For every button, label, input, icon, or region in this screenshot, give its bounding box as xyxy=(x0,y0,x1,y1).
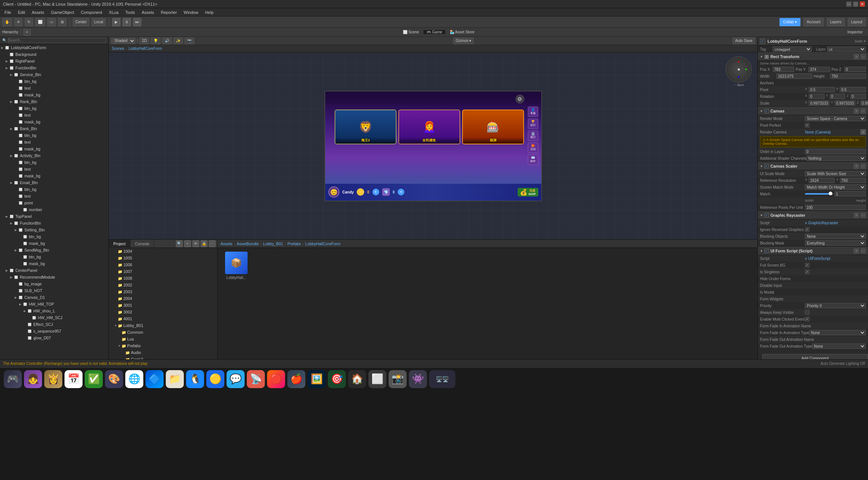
project-item-1007[interactable]: 📁1007 xyxy=(109,268,217,275)
hierarchy-item-btn-bg[interactable]: ⬜btn_bg xyxy=(0,233,108,240)
canvas-menu-btn[interactable]: ⋯ xyxy=(860,108,866,114)
hierarchy-item-hw-hm-scj[interactable]: ⬜HW_HM_SCJ xyxy=(0,314,108,321)
ignore-reversed-checkbox[interactable]: ✓ xyxy=(805,227,809,232)
project-item-2002[interactable]: 📁2002 xyxy=(109,282,217,288)
pos-y-input[interactable] xyxy=(808,67,830,72)
pixel-perfect-checkbox[interactable]: ✓ xyxy=(805,123,809,128)
hierarchy-item-btn-bg[interactable]: ⬜btn_bg xyxy=(0,159,108,166)
menu-assets2[interactable]: Assets xyxy=(139,9,157,15)
tool-hand[interactable]: ✋ xyxy=(2,18,12,26)
scene-camera-button[interactable]: 📷 xyxy=(185,38,194,44)
taskbar-unity-icon[interactable]: 🎮 xyxy=(4,370,22,388)
taskbar-photoshop[interactable]: 🖼️ xyxy=(308,370,326,388)
hierarchy-item-mask-bg[interactable]: ⬜mask_bg xyxy=(0,118,108,125)
add-diamonds-button[interactable]: + xyxy=(398,189,404,195)
pause-button[interactable]: ⏸ xyxy=(123,18,131,26)
hierarchy-item-btn-bg[interactable]: ⬜btn_bg xyxy=(0,78,108,85)
ui-form-script-checkbox[interactable]: ✓ xyxy=(764,249,769,253)
console-tab[interactable]: Console xyxy=(131,240,155,248)
ui-scale-mode-select[interactable]: Scale With Screen Size xyxy=(805,171,866,176)
rect-transform-menu-btn[interactable]: ⋯ xyxy=(860,54,866,59)
taskbar-character-2[interactable]: 👸 xyxy=(44,370,62,388)
hierarchy-item-text[interactable]: ⬜text xyxy=(0,85,108,92)
taskbar-app2[interactable]: 🎯 xyxy=(328,370,346,388)
gr-script-value[interactable]: ≡ GraphicRaycaster xyxy=(805,221,866,225)
hierarchy-search-input[interactable] xyxy=(8,38,106,43)
tool-scale[interactable]: ⬜ xyxy=(35,18,45,26)
game-card-2[interactable]: 👩‍🦰 全民捕鱼 xyxy=(398,110,460,145)
canvas-scaler-info-btn[interactable]: ? xyxy=(854,164,859,169)
is-singleton-checkbox[interactable]: ✓ xyxy=(805,270,809,274)
width-input[interactable] xyxy=(776,74,812,79)
right-btn-5[interactable]: 📧 邮件 xyxy=(528,154,538,165)
taskbar-app3[interactable]: 🏠 xyxy=(348,370,366,388)
priority-select[interactable]: Priority 0 xyxy=(805,303,866,308)
project-item-1008[interactable]: 📁1008 xyxy=(109,275,217,282)
layers-button[interactable]: Layers xyxy=(827,18,845,26)
breadcrumb-form[interactable]: LobbyHallCoreForm xyxy=(129,46,162,51)
project-item-2004[interactable]: 📁2004 xyxy=(109,295,217,302)
lighting-button[interactable]: 💡 xyxy=(151,38,161,44)
hierarchy-item-canvas-d1[interactable]: ▶⬜Canvas_D1 xyxy=(0,294,108,301)
right-btn-4[interactable]: 🎁 活动 xyxy=(528,142,538,153)
gizmos-button[interactable]: Gizmos ▾ xyxy=(453,38,474,44)
rect-transform-fold-icon[interactable]: ▼ xyxy=(760,55,763,58)
taskbar-group1[interactable]: 🖥️🖥️ xyxy=(429,370,455,388)
hierarchy-item-mask-bg[interactable]: ⬜mask_bg xyxy=(0,92,108,98)
right-btn-3[interactable]: 🏦 银行 xyxy=(528,130,538,141)
breadcrumb-scenes[interactable]: Scenes xyxy=(112,46,124,51)
taskbar-apple[interactable]: 🍎 xyxy=(287,370,305,388)
hierarchy-item-number[interactable]: ⬜number xyxy=(0,206,108,213)
hierarchy-item-hw-hm-top[interactable]: ▶⬜HW_HM_TOP xyxy=(0,301,108,308)
hierarchy-item-btn-bg[interactable]: ⬜btn_bg xyxy=(0,254,108,260)
hierarchy-item-text[interactable]: ⬜text xyxy=(0,193,108,200)
layout-button[interactable]: Layout xyxy=(848,18,866,26)
settings-gear-button[interactable]: ⚙ xyxy=(515,94,524,104)
canvas-scaler-menu-btn[interactable]: ⋯ xyxy=(860,164,866,169)
tool-rect[interactable]: ▭ xyxy=(47,18,56,26)
menu-edit[interactable]: Edit xyxy=(15,9,28,15)
menu-component[interactable]: Component xyxy=(78,9,105,15)
hierarchy-item-email-btn[interactable]: ▶⬜Email_Btn xyxy=(0,179,108,186)
add-component-button[interactable]: Add Component xyxy=(762,354,868,359)
menu-window[interactable]: Window xyxy=(181,9,201,15)
taskbar-character-1[interactable]: 👧 xyxy=(24,370,42,388)
hierarchy-item-s-sequence957[interactable]: ⬜s_sequence957 xyxy=(0,328,108,334)
hierarchy-item-recommendmodule[interactable]: ▶⬜RecommendModule xyxy=(0,274,108,280)
menu-help[interactable]: Help xyxy=(202,9,217,15)
inspector-tag-select[interactable]: Untagged xyxy=(773,46,812,52)
screen-match-mode-select[interactable]: Match Width Or Height xyxy=(805,184,866,190)
project-item-prefabs[interactable]: ▼📁Prefabs xyxy=(109,342,217,349)
rect-transform-info-btn[interactable]: ? xyxy=(854,54,859,59)
render-camera-value[interactable]: None (Camera) xyxy=(805,130,860,134)
hierarchy-item-glow-d07[interactable]: ⬜glow_D07 xyxy=(0,334,108,341)
taskbar-edge[interactable]: 🔷 xyxy=(146,370,164,388)
pivot-center-button[interactable]: Center xyxy=(73,18,89,26)
hierarchy-item-sendmsg-btn[interactable]: ▶⬜SendMsg_Btn xyxy=(0,247,108,254)
path-assetbundle[interactable]: AssetBundle xyxy=(237,242,259,246)
inspector-layer-select[interactable]: UI xyxy=(827,46,866,52)
shop-button[interactable]: 💰 充值 SHOP xyxy=(518,188,538,196)
menu-xlua[interactable]: XLua xyxy=(106,9,122,15)
hierarchy-item-text[interactable]: ⬜text xyxy=(0,139,108,146)
additional-shader-select[interactable]: Nothing xyxy=(806,156,866,161)
hierarchy-item-service-btn[interactable]: ▶⬜Service_Btn xyxy=(0,71,108,78)
project-search-button[interactable]: 🔍 xyxy=(176,240,183,247)
inspector-active-checkbox[interactable]: ✓ xyxy=(760,39,765,44)
account-button[interactable]: Account xyxy=(803,18,824,26)
asset-item-lobbyhall[interactable]: 📦 LobbyHall... xyxy=(221,252,251,356)
taskbar-calendar[interactable]: 📅 xyxy=(65,370,83,388)
match-value-input[interactable] xyxy=(835,191,866,196)
scale-z-input[interactable] xyxy=(860,100,868,106)
project-item-2003[interactable]: 📁2003 xyxy=(109,288,217,295)
fullscreen-bg-checkbox[interactable]: ✓ xyxy=(805,263,809,267)
scale-x-input[interactable] xyxy=(809,100,829,106)
blocking-mask-select[interactable]: Everything xyxy=(805,240,866,246)
height-input[interactable] xyxy=(830,74,866,79)
hierarchy-item-functionbtn[interactable]: ▶⬜FunctionBtn xyxy=(0,220,108,226)
audio-button[interactable]: 🔊 xyxy=(162,38,172,44)
project-tab[interactable]: Project xyxy=(109,240,131,248)
fx-button[interactable]: ✨ xyxy=(173,38,183,44)
tool-move[interactable]: ✛ xyxy=(14,18,23,26)
project-lock-button[interactable]: 🔒 xyxy=(201,240,207,247)
